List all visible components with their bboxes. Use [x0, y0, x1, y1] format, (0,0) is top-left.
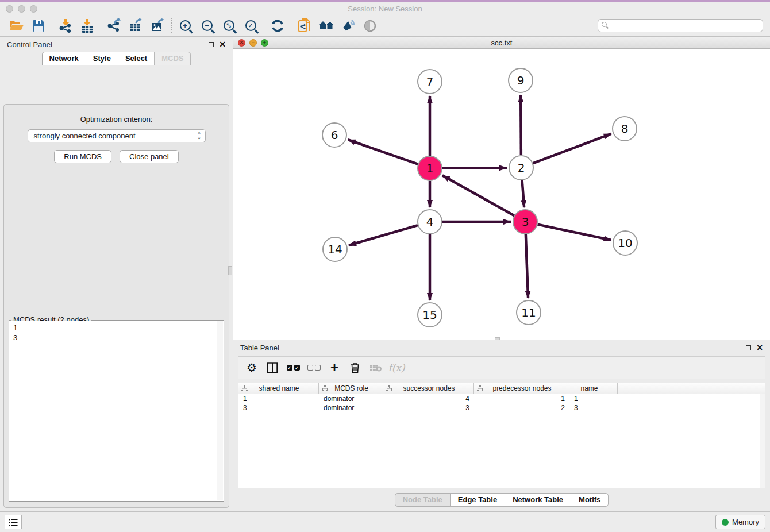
tab-motifs[interactable]: Motifs — [571, 493, 609, 507]
column-header-successor-nodes[interactable]: successor nodes — [383, 383, 474, 394]
tab-edge-table[interactable]: Edge Table — [450, 493, 505, 507]
export-table-button[interactable] — [125, 16, 147, 36]
import-table-button[interactable] — [76, 16, 98, 36]
graph-edge-1-2[interactable] — [442, 168, 507, 168]
export-image-icon — [151, 18, 165, 33]
status-bar: Memory — [0, 511, 770, 532]
tab-mcds[interactable]: MCDS — [154, 52, 191, 65]
tab-network[interactable]: Network — [42, 52, 86, 65]
svg-text:8: 8 — [621, 122, 629, 136]
save-session-button[interactable] — [28, 16, 49, 36]
tab-network-table[interactable]: Network Table — [505, 493, 571, 507]
table-cell[interactable]: 2 — [474, 404, 569, 412]
splitter-grip-vertical[interactable] — [228, 266, 232, 275]
table-cell[interactable]: 3 — [383, 404, 474, 412]
table-cell[interactable]: 3 — [238, 404, 319, 412]
column-header-MCDS-role[interactable]: MCDS role — [319, 383, 383, 394]
graph-node-10[interactable]: 10 — [613, 231, 637, 255]
tab-select[interactable]: Select — [118, 52, 155, 65]
control-panel: Control Panel ✕ NetworkStyleSelectMCDS O… — [0, 37, 233, 511]
close-table-panel-icon[interactable]: ✕ — [756, 344, 763, 352]
network-canvas[interactable]: 7968124314101511 — [233, 49, 770, 340]
graph-node-2[interactable]: 2 — [509, 156, 533, 180]
zoom-in-button[interactable]: + — [174, 16, 196, 36]
graph-node-11[interactable]: 11 — [517, 300, 541, 325]
layout-button[interactable] — [337, 16, 359, 36]
columns-button[interactable] — [265, 362, 280, 373]
tab-style[interactable]: Style — [86, 52, 118, 65]
task-history-button[interactable] — [5, 515, 22, 529]
table-row[interactable]: 1dominator411 — [238, 394, 765, 403]
function-builder-button[interactable]: f(x) — [389, 362, 404, 373]
graph-node-6[interactable]: 6 — [322, 123, 346, 147]
svg-text:15: 15 — [422, 308, 437, 322]
svg-text:11: 11 — [521, 306, 536, 319]
control-panel-title: Control Panel — [7, 40, 52, 49]
svg-text:2: 2 — [518, 161, 525, 175]
table-cell[interactable]: 1 — [474, 395, 569, 403]
close-panel-icon[interactable]: ✕ — [219, 40, 226, 48]
result-scrollbar[interactable] — [217, 321, 223, 500]
table-row[interactable]: 3dominator323 — [238, 403, 765, 413]
table-cell[interactable]: 3 — [569, 404, 618, 412]
search-input[interactable] — [598, 19, 763, 32]
delete-table-button[interactable] — [368, 363, 383, 372]
control-panel-header: Control Panel ✕ — [0, 37, 233, 52]
optimization-criterion-select[interactable]: strongly connected component ⌃⌄ — [28, 129, 206, 142]
import-network-button[interactable] — [55, 16, 76, 36]
run-mcds-button[interactable]: Run MCDS — [54, 150, 111, 163]
select-all-icon: ✓ — [287, 365, 292, 371]
graph-node-4[interactable]: 4 — [418, 210, 442, 234]
graph-edge-2-3[interactable] — [522, 180, 525, 207]
tab-node-table[interactable]: Node Table — [395, 493, 451, 507]
graph-node-15[interactable]: 15 — [418, 303, 442, 327]
graph-edge-4-14[interactable] — [349, 225, 418, 245]
graph-node-7[interactable]: 7 — [418, 70, 442, 94]
zoom-out-button[interactable]: − — [196, 16, 218, 36]
zoom-selected-button[interactable]: ✓ — [240, 16, 261, 36]
table-cell[interactable]: dominator — [319, 395, 383, 403]
graph-node-14[interactable]: 14 — [323, 237, 347, 261]
graph-edge-1-6[interactable] — [348, 140, 418, 164]
delete-column-button[interactable] — [348, 362, 363, 373]
zoom-fit-button[interactable]: ⤡ — [218, 16, 240, 36]
graph-node-9[interactable]: 9 — [509, 68, 533, 92]
first-neighbors-button[interactable] — [315, 16, 337, 36]
float-table-panel-icon[interactable] — [746, 345, 751, 350]
gear-button[interactable]: ⚙ — [244, 361, 259, 375]
import-network-icon — [59, 18, 72, 33]
graph-node-3[interactable]: 3 — [513, 210, 537, 234]
column-header-shared-name[interactable]: shared name — [238, 383, 319, 394]
graph-node-8[interactable]: 8 — [613, 117, 637, 141]
graph-edge-2-9[interactable] — [521, 95, 521, 155]
column-header-name[interactable]: name — [569, 383, 618, 394]
refresh-button[interactable] — [267, 16, 288, 36]
graph-edge-2-8[interactable] — [533, 134, 611, 163]
table-scrollbar[interactable] — [760, 394, 765, 488]
close-panel-button[interactable]: Close panel — [120, 150, 179, 163]
table-toolbar: ⚙ ✓ ✓ + — [238, 356, 765, 379]
add-column-button[interactable]: + — [327, 361, 342, 375]
zoom-in-icon: + — [180, 20, 191, 31]
graph-node-1[interactable]: 1 — [418, 156, 442, 180]
graph-edge-3-11[interactable] — [526, 234, 528, 298]
export-image-button[interactable] — [147, 16, 169, 36]
birdseye-button[interactable] — [359, 16, 381, 36]
float-panel-icon[interactable] — [209, 42, 214, 47]
export-network-button[interactable] — [103, 16, 125, 36]
graph-edge-3-10[interactable] — [538, 225, 611, 240]
open-file-button[interactable] — [6, 16, 28, 36]
table-cell[interactable]: 1 — [238, 395, 319, 403]
svg-text:1: 1 — [426, 161, 434, 175]
select-all-button[interactable]: ✓ ✓ — [286, 365, 301, 371]
mcds-result-text[interactable]: 1 3 — [10, 321, 217, 500]
memory-button[interactable]: Memory — [715, 515, 765, 529]
table-cell[interactable]: dominator — [319, 404, 383, 412]
table-cell[interactable]: 1 — [569, 395, 618, 403]
graph-edge-3-1[interactable] — [442, 175, 514, 215]
column-header-predecessor-nodes[interactable]: predecessor nodes — [474, 383, 569, 394]
network-view-window: ✕ − + scc.txt 7968124314101511 — [233, 37, 770, 340]
duplicate-network-button[interactable] — [294, 16, 315, 36]
table-cell[interactable]: 4 — [383, 395, 474, 403]
deselect-all-button[interactable] — [306, 365, 321, 371]
